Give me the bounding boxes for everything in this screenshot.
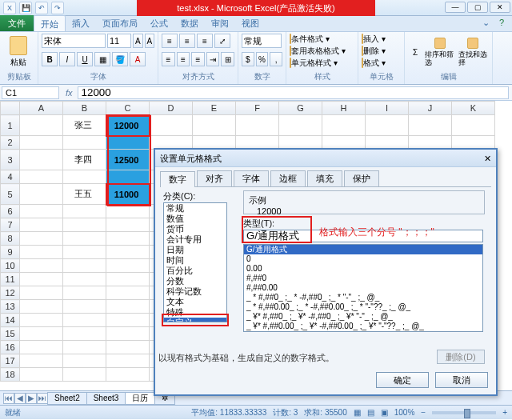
row-header[interactable]: 4 xyxy=(1,170,20,184)
align-middle-button[interactable]: ≡ xyxy=(179,34,195,48)
close-button[interactable]: ✕ xyxy=(490,2,510,13)
tab-align[interactable]: 对齐 xyxy=(197,170,232,186)
row-header[interactable]: 13 xyxy=(1,300,20,314)
zoom-out-button[interactable]: − xyxy=(421,408,426,417)
conditional-format-button[interactable]: 条件格式 ▾ xyxy=(290,34,330,45)
redo-icon[interactable]: ↷ xyxy=(51,2,64,14)
col-header[interactable]: B xyxy=(63,102,106,115)
category-item[interactable]: 会计专用 xyxy=(164,234,226,245)
prev-sheet-icon[interactable]: ◀ xyxy=(14,393,26,404)
row-header[interactable]: 2 xyxy=(1,136,20,150)
category-item[interactable]: 常规 xyxy=(164,203,226,214)
tab-font[interactable]: 字体 xyxy=(234,170,269,186)
category-item[interactable]: 文本 xyxy=(164,297,226,307)
row-header[interactable]: 11 xyxy=(1,273,20,286)
col-header[interactable]: G xyxy=(279,102,322,115)
fx-icon[interactable]: fx xyxy=(66,88,73,98)
col-header[interactable]: A xyxy=(20,102,63,115)
col-header[interactable]: E xyxy=(193,102,236,115)
zoom-in-button[interactable]: + xyxy=(502,408,507,417)
cell-styles-button[interactable]: 单元格样式 ▾ xyxy=(290,58,338,69)
format-item[interactable]: #,##0 xyxy=(244,274,482,283)
zoom-slider[interactable] xyxy=(432,411,496,414)
indent-button[interactable]: ⇥ xyxy=(206,52,220,66)
minimize-ribbon-icon[interactable]: ⌄ xyxy=(480,18,491,28)
delete-cells-button[interactable]: 删除 ▾ xyxy=(362,46,386,57)
category-item[interactable]: 百分比 xyxy=(164,266,226,276)
row-header[interactable]: 15 xyxy=(1,327,20,341)
comma-button[interactable]: , xyxy=(270,52,282,66)
col-header[interactable]: F xyxy=(236,102,279,115)
row-header[interactable]: 1 xyxy=(1,115,20,136)
insert-tab[interactable]: 插入 xyxy=(66,15,96,31)
row-header[interactable]: 16 xyxy=(1,341,20,354)
row-header[interactable]: 8 xyxy=(1,232,20,246)
format-item[interactable]: 0 xyxy=(244,254,482,264)
italic-button[interactable]: I xyxy=(59,52,75,66)
help-icon[interactable]: ? xyxy=(496,18,507,28)
category-item[interactable]: 时间 xyxy=(164,255,226,266)
row-header[interactable]: 14 xyxy=(1,314,20,327)
col-header[interactable]: C xyxy=(106,102,150,115)
name-box[interactable] xyxy=(2,86,59,99)
insert-cells-button[interactable]: 插入 ▾ xyxy=(362,34,386,45)
format-item[interactable]: _ * #,##0_ ;_ * -#,##0_ ;_ * "-"_ ;_ @_ xyxy=(244,293,482,302)
cell[interactable]: 12500 xyxy=(106,150,150,170)
merge-button[interactable]: ⊞ xyxy=(221,52,234,66)
sheet-tab[interactable]: Sheet3 xyxy=(86,392,126,405)
view-layout-icon[interactable]: ▤ xyxy=(367,408,374,417)
first-sheet-icon[interactable]: ⏮ xyxy=(3,393,14,404)
sheet-tab[interactable]: Sheet2 xyxy=(47,392,87,405)
decrease-font-button[interactable]: A xyxy=(145,34,155,48)
row-header[interactable]: 12 xyxy=(1,286,20,300)
number-format-select[interactable] xyxy=(242,34,282,48)
col-header[interactable]: I xyxy=(366,102,409,115)
orientation-button[interactable]: ⤢ xyxy=(214,34,230,48)
underline-button[interactable]: U xyxy=(77,52,93,66)
col-header[interactable]: K xyxy=(452,102,495,115)
maximize-button[interactable]: ▢ xyxy=(467,2,488,13)
category-item[interactable]: 科学记数 xyxy=(164,286,226,297)
formulas-tab[interactable]: 公式 xyxy=(144,15,174,31)
delete-format-button[interactable]: 删除(D) xyxy=(437,350,485,364)
find-select-button[interactable]: 查找和选择 xyxy=(458,34,489,70)
cell[interactable] xyxy=(106,136,150,150)
ok-button[interactable]: 确定 xyxy=(376,372,429,388)
view-tab[interactable]: 视图 xyxy=(235,15,266,31)
cancel-button[interactable]: 取消 xyxy=(435,372,488,388)
excel-icon[interactable]: X xyxy=(3,2,16,14)
format-item[interactable]: #,##0;-#,##0 xyxy=(244,331,482,332)
category-item-custom[interactable]: 自定义 xyxy=(164,318,226,322)
category-item[interactable]: 分数 xyxy=(164,276,226,286)
file-tab[interactable]: 文件 xyxy=(0,15,34,31)
format-list[interactable]: G/通用格式 0 0.00 #,##0 #,##0.00 _ * #,##0_ … xyxy=(243,244,483,332)
row-header[interactable]: 17 xyxy=(1,354,20,368)
category-item[interactable]: 日期 xyxy=(164,245,226,255)
tab-protect[interactable]: 保护 xyxy=(344,170,379,186)
save-icon[interactable]: 💾 xyxy=(19,2,32,14)
align-bottom-button[interactable]: ≡ xyxy=(197,34,213,48)
font-name-select[interactable] xyxy=(42,34,106,48)
tab-border[interactable]: 边框 xyxy=(270,170,306,186)
sheet-tab-active[interactable]: 日历 xyxy=(125,392,155,405)
next-sheet-icon[interactable]: ▶ xyxy=(26,393,37,404)
cell[interactable]: 张三 xyxy=(63,115,106,136)
row-header[interactable]: 7 xyxy=(1,218,20,232)
tab-number[interactable]: 数字 xyxy=(160,171,195,187)
row-header[interactable]: 18 xyxy=(1,368,20,382)
format-cells-button[interactable]: 格式 ▾ xyxy=(362,58,386,69)
category-list[interactable]: 常规 数值 货币 会计专用 日期 时间 百分比 分数 科学记数 文本 特殊 自定… xyxy=(163,202,227,322)
col-header[interactable]: D xyxy=(150,102,193,115)
format-item[interactable]: G/通用格式 xyxy=(244,245,482,254)
format-item[interactable]: _ ¥* #,##0.00_ ;_ ¥* -#,##0.00_ ;_ ¥* "-… xyxy=(244,322,482,331)
home-tab[interactable]: 开始 xyxy=(34,15,66,31)
view-break-icon[interactable]: ▣ xyxy=(381,408,388,417)
currency-button[interactable]: $ xyxy=(242,52,254,66)
fill-color-button[interactable]: 🪣 xyxy=(112,52,128,66)
autosum-button[interactable]: Σ xyxy=(408,34,422,70)
data-tab[interactable]: 数据 xyxy=(174,15,205,31)
format-item[interactable]: _ * #,##0.00_ ;_ * -#,##0.00_ ;_ * "-"??… xyxy=(244,302,482,312)
cell[interactable]: 11000 xyxy=(106,184,150,205)
border-button[interactable]: ▦ xyxy=(94,52,110,66)
format-item[interactable]: #,##0.00 xyxy=(244,283,482,293)
